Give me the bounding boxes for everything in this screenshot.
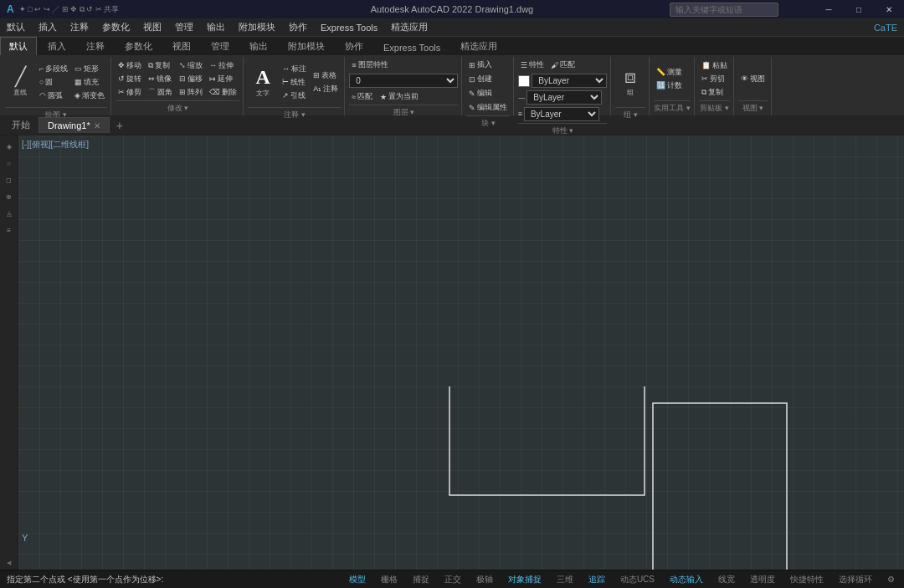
minimize-button[interactable]: ─ <box>814 0 844 18</box>
mirror-button[interactable]: ⇔ 镜像 <box>146 73 175 85</box>
measure-button[interactable]: 📏 测量 <box>654 66 685 79</box>
status-model[interactable]: 模型 <box>347 573 368 586</box>
status-qp[interactable]: 快捷特性 <box>788 573 826 586</box>
properties-button[interactable]: ☰ 特性 <box>518 59 547 71</box>
modify-group-label[interactable]: 修改 ▾ <box>116 100 239 114</box>
left-tool-6[interactable]: ≡ <box>2 222 17 238</box>
tab-annotate[interactable]: 注释 <box>77 37 114 55</box>
search-input[interactable] <box>670 3 778 17</box>
status-polar[interactable]: 极轴 <box>474 573 496 586</box>
match-props-button[interactable]: 🖌 匹配 <box>548 59 578 71</box>
menu-view[interactable]: 视图 <box>136 19 168 35</box>
status-settings[interactable]: ⚙ <box>885 574 897 585</box>
add-tab-button[interactable]: + <box>111 117 128 134</box>
tab-output[interactable]: 输出 <box>240 37 277 55</box>
text-button[interactable]: A 文字 <box>248 59 278 105</box>
scale-button[interactable]: ⤡ 缩放 <box>177 59 205 72</box>
tab-view[interactable]: 视图 <box>163 37 200 55</box>
move-button[interactable]: ✥ 移动 <box>116 59 144 72</box>
layer-selector[interactable]: 0 <box>349 74 458 88</box>
group-button[interactable]: ⧈ 组 <box>615 59 645 105</box>
menu-express[interactable]: Express Tools <box>314 21 384 34</box>
status-osnap[interactable]: 对象捕捉 <box>506 573 544 586</box>
maximize-button[interactable]: □ <box>844 0 874 18</box>
status-ortho[interactable]: 正交 <box>442 573 464 586</box>
left-tool-1[interactable]: ◈ <box>2 139 17 154</box>
layer-properties-button[interactable]: ≡ 图层特性 <box>349 59 390 71</box>
edit-attr-button[interactable]: ✎ 编辑属性 <box>466 101 510 114</box>
menu-insert[interactable]: 插入 <box>32 19 64 35</box>
set-current-button[interactable]: ★ 置为当前 <box>378 90 421 103</box>
left-tool-3[interactable]: ◻ <box>2 172 17 187</box>
lineweight-selector[interactable]: ByLayer <box>524 107 599 121</box>
status-lw[interactable]: 线宽 <box>716 573 737 586</box>
polyline-button[interactable]: ⌐ 多段线 <box>37 63 70 75</box>
menu-featured[interactable]: 精选应用 <box>384 19 434 35</box>
gradient-button[interactable]: ◈ 渐变色 <box>72 89 107 102</box>
match-layer-button[interactable]: ≈ 匹配 <box>349 90 375 103</box>
color-selector[interactable]: ByLayer <box>532 74 607 88</box>
count-button[interactable]: 🔢 计数 <box>654 79 685 92</box>
status-dyn[interactable]: 动态输入 <box>667 573 706 586</box>
status-tp[interactable]: 透明度 <box>747 573 778 586</box>
menu-annotate[interactable]: 注释 <box>64 19 95 35</box>
menu-manage[interactable]: 管理 <box>168 19 200 35</box>
status-3dosnap[interactable]: 三维 <box>554 573 576 586</box>
leader-button[interactable]: ↗ 引线 <box>280 89 309 102</box>
drawing1-tab[interactable]: Drawing1* ✕ <box>39 117 110 133</box>
rectangle-button[interactable]: ▭ 矩形 <box>72 63 107 75</box>
linear-dim-button[interactable]: ⊢ 线性 <box>280 76 309 89</box>
status-snap[interactable]: 捕捉 <box>410 573 432 586</box>
edit-block-button[interactable]: ✎ 编辑 <box>466 87 495 100</box>
drawing1-tab-close[interactable]: ✕ <box>94 121 100 130</box>
trim-button[interactable]: ✂ 修剪 <box>116 86 144 99</box>
arc-button[interactable]: ◠ 圆弧 <box>37 89 70 102</box>
left-tool-2[interactable]: ○ <box>2 156 17 171</box>
menu-collaborate[interactable]: 协作 <box>282 19 314 35</box>
tab-addins[interactable]: 附加模块 <box>279 37 334 55</box>
status-grid[interactable]: 栅格 <box>378 573 400 586</box>
offset-button[interactable]: ⊟ 偏移 <box>177 73 205 85</box>
rotate-button[interactable]: ↺ 旋转 <box>116 73 144 85</box>
tab-manage[interactable]: 管理 <box>202 37 239 55</box>
properties-group-label[interactable]: 特性 ▾ <box>518 123 607 136</box>
utilities-group-label[interactable]: 实用工具 ▾ <box>654 100 691 114</box>
table-button[interactable]: ⊞ 表格 <box>311 69 341 82</box>
canvas-area[interactable]: [-][俯视][二维线框] Y <box>18 135 904 570</box>
status-sc[interactable]: 选择循环 <box>836 573 875 586</box>
dim-button[interactable]: ↔ 标注 <box>280 63 309 75</box>
tab-express[interactable]: Express Tools <box>374 39 449 55</box>
circle-button[interactable]: ○ 圆 <box>37 76 70 89</box>
tab-collaborate[interactable]: 协作 <box>336 37 372 55</box>
linetype-selector[interactable]: ByLayer <box>526 90 602 105</box>
view-group-label[interactable]: 视图 ▾ <box>738 100 768 114</box>
copy-button[interactable]: ⧉ 复制 <box>146 59 175 72</box>
menu-output[interactable]: 输出 <box>200 19 232 35</box>
clipboard-group-label[interactable]: 剪贴板 ▾ <box>699 100 730 114</box>
left-tool-5[interactable]: ◬ <box>2 206 17 221</box>
tab-insert[interactable]: 插入 <box>39 37 75 55</box>
tab-parametric[interactable]: 参数化 <box>116 37 162 55</box>
menu-parametric[interactable]: 参数化 <box>95 19 136 35</box>
close-button[interactable]: ✕ <box>874 0 904 18</box>
tab-default[interactable]: 默认 <box>0 37 37 55</box>
status-ducs[interactable]: 动态UCS <box>618 573 657 586</box>
extend-button[interactable]: ↦ 延伸 <box>207 73 239 85</box>
fillet-button[interactable]: ⌒ 圆角 <box>146 86 175 99</box>
left-panel-arrow[interactable]: ◀ <box>0 556 18 570</box>
erase-button[interactable]: ⌫ 删除 <box>207 86 239 99</box>
menu-default[interactable]: 默认 <box>0 19 32 35</box>
layer-group-label[interactable]: 图层 ▾ <box>349 105 458 118</box>
groups-group-label[interactable]: 组 ▾ <box>615 107 645 120</box>
view-button[interactable]: 👁 视图 <box>738 73 768 85</box>
menu-cate[interactable]: CaTE <box>867 21 904 34</box>
copy-clip-button[interactable]: ⧉ 复制 <box>699 86 730 99</box>
line-button[interactable]: ╱ 直线 <box>5 59 35 105</box>
start-tab[interactable]: 开始 <box>3 116 39 134</box>
stretch-button[interactable]: ↔ 拉伸 <box>207 59 239 72</box>
hatch-button[interactable]: ▦ 填充 <box>72 76 107 89</box>
insert-block-button[interactable]: ⊞ 插入 <box>466 59 495 71</box>
paste-button[interactable]: 📋 粘贴 <box>699 59 730 72</box>
block-group-label[interactable]: 块 ▾ <box>466 115 510 129</box>
array-button[interactable]: ⊞ 阵列 <box>177 86 205 99</box>
